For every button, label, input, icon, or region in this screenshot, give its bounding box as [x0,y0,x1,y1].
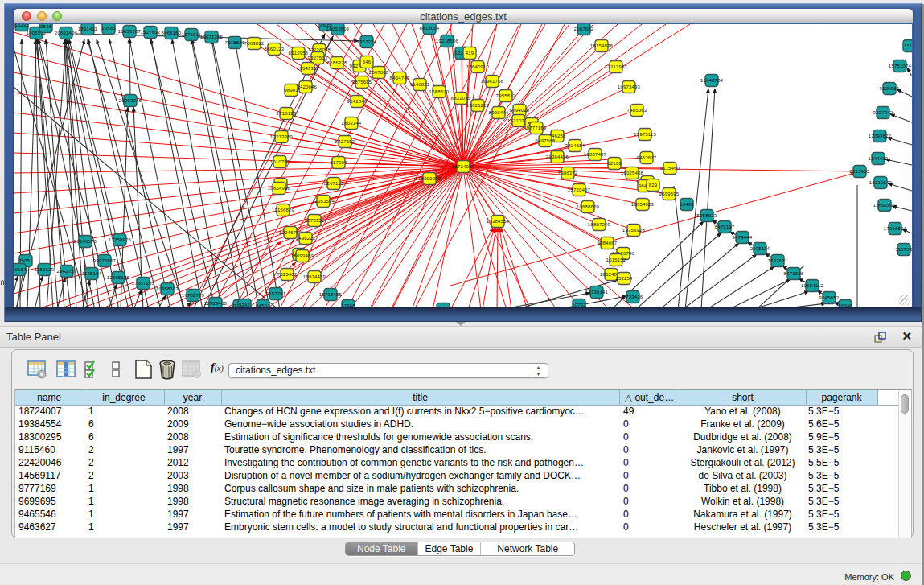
svg-text:20691406: 20691406 [55,31,78,35]
svg-text:15751074: 15751074 [889,64,912,68]
svg-text:20206576: 20206576 [74,239,97,244]
svg-text:10654936: 10654936 [268,186,291,191]
svg-text:2342: 2342 [437,307,450,307]
svg-text:6479197: 6479197 [715,225,735,229]
svg-text:15692971: 15692971 [873,203,897,208]
svg-text:116753: 116753 [896,247,912,252]
svg-text:15718485: 15718485 [319,292,343,297]
svg-text:17975115: 17975115 [634,132,656,137]
svg-text:546: 546 [363,60,372,64]
svg-text:9227342: 9227342 [873,110,893,115]
svg-text:20364436: 20364436 [546,154,569,159]
svg-text:7625402: 7625402 [277,272,298,277]
svg-text:9242: 9242 [239,303,251,307]
svg-text:1156829: 1156829 [35,267,55,272]
svg-text:3875685: 3875685 [352,80,372,84]
svg-text:98901: 98901 [284,88,298,93]
svg-text:19654923: 19654923 [631,202,655,207]
svg-text:9129966: 9129966 [880,86,900,91]
svg-text:7515526: 7515526 [225,40,245,45]
svg-text:6497568: 6497568 [536,138,556,143]
svg-text:8186328: 8186328 [327,60,347,65]
svg-text:1498222: 1498222 [296,236,316,241]
svg-text:19218506: 19218506 [436,39,459,43]
svg-text:1145194: 1145194 [82,271,102,276]
svg-text:10973493: 10973493 [618,84,641,89]
svg-text:1244419: 1244419 [869,156,889,161]
svg-text:10958107: 10958107 [156,286,179,291]
svg-text:2935114: 2935114 [750,246,770,251]
svg-text:8427552: 8427552 [335,139,355,144]
svg-text:19384554: 19384554 [487,219,510,224]
svg-text:18640910: 18640910 [466,64,490,69]
svg-text:18807249: 18807249 [588,222,611,227]
svg-text:10671355: 10671355 [200,35,224,39]
svg-text:16210643: 16210643 [869,180,893,185]
svg-text:7485063: 7485063 [627,108,647,113]
svg-text:252254: 252254 [615,276,633,281]
svg-text:12353594: 12353594 [312,199,335,204]
svg-text:13668: 13668 [341,303,355,307]
svg-text:2942757: 2942757 [57,269,77,274]
svg-text:1588520: 1588520 [429,89,450,94]
svg-text:99975867: 99975867 [93,258,117,263]
svg-text:19565: 19565 [101,26,116,31]
svg-text:7632621: 7632621 [768,258,788,263]
svg-text:12213967: 12213967 [605,64,628,69]
svg-text:10961758: 10961758 [481,79,504,84]
svg-text:18300295: 18300295 [418,176,441,181]
svg-text:62160: 62160 [607,161,622,166]
svg-text:1527602: 1527602 [141,30,161,35]
svg-text:20053346: 20053346 [119,98,142,103]
svg-text:2867608: 2867608 [369,70,389,75]
svg-text:15720407: 15720407 [568,187,591,192]
svg-text:9146821: 9146821 [410,82,430,87]
svg-text:6794028: 6794028 [510,108,530,113]
svg-text:7357224: 7357224 [357,39,377,44]
svg-text:9777169: 9777169 [527,126,547,130]
svg-text:84561: 84561 [256,303,270,307]
svg-text:10653267: 10653267 [118,29,142,34]
svg-text:419: 419 [466,51,474,56]
svg-text:16543362: 16543362 [297,66,320,71]
svg-text:35051: 35051 [18,258,33,263]
svg-text:16154838: 16154838 [590,43,614,48]
svg-text:1733426: 1733426 [623,295,643,299]
svg-text:9884067: 9884067 [598,241,618,245]
svg-text:7955812: 7955812 [496,93,516,98]
svg-text:2718120: 2718120 [277,111,297,116]
svg-text:16782759: 16782759 [182,293,205,298]
svg-text:14136141: 14136141 [585,290,609,295]
svg-text:8215955: 8215955 [850,169,870,174]
svg-text:19166829: 19166829 [272,208,295,212]
svg-text:17359926: 17359926 [109,237,132,242]
svg-text:9242846: 9242846 [347,99,368,104]
svg-text:16232: 16232 [14,24,29,27]
svg-text:19756928: 19756928 [622,228,646,233]
svg-text:9546: 9546 [40,24,52,29]
svg-text:16053809: 16053809 [326,27,350,31]
svg-text:8813054: 8813054 [420,26,440,31]
svg-text:16914479: 16914479 [303,274,326,279]
svg-text:16099489: 16099489 [291,253,314,258]
svg-text:10807487: 10807487 [584,152,607,157]
svg-text:12923468: 12923468 [204,301,228,306]
svg-text:9245652: 9245652 [819,295,840,300]
svg-text:39154: 39154 [14,267,27,272]
svg-text:7663822: 7663822 [244,41,265,46]
svg-text:16405: 16405 [680,202,694,207]
svg-text:8822035: 8822035 [451,96,471,101]
svg-text:10046790: 10046790 [279,230,302,235]
svg-text:1071911: 1071911 [182,32,202,37]
svg-text:1112: 1112 [904,43,912,48]
svg-text:3824554: 3824554 [565,143,585,148]
svg-text:8878352: 8878352 [305,218,325,223]
svg-text:8660123: 8660123 [265,47,285,51]
svg-text:10025438: 10025438 [621,171,644,175]
svg-text:8912956: 8912956 [289,51,309,56]
svg-text:13626215: 13626215 [466,103,490,108]
svg-text:7986372: 7986372 [558,171,578,175]
svg-text:18724007: 18724007 [452,164,475,169]
svg-text:5958923: 5958923 [697,213,717,218]
svg-text:16648784: 16648784 [700,78,724,83]
